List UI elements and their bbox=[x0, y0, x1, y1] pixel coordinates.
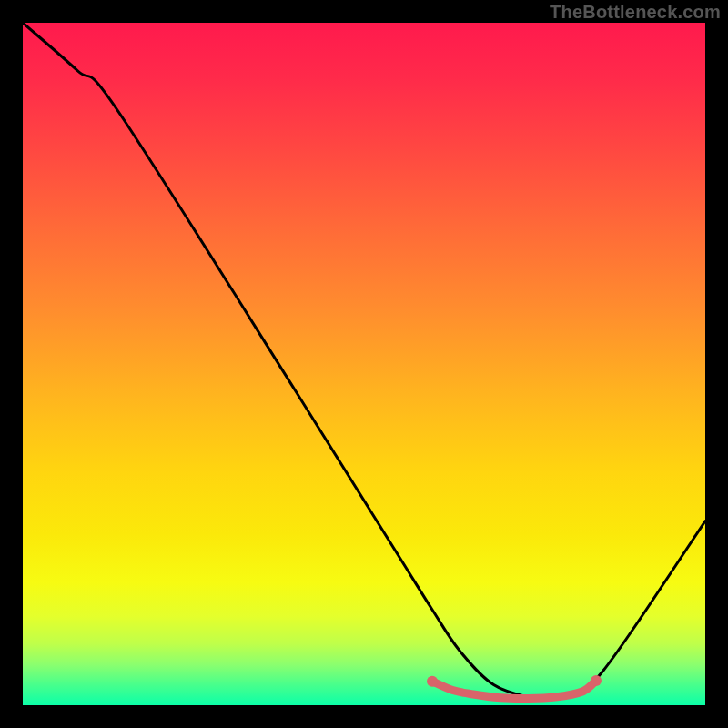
optimal-range-endpoint-dot bbox=[591, 675, 602, 686]
chart-svg bbox=[23, 23, 705, 705]
optimal-range-dots bbox=[427, 675, 602, 687]
chart-container: TheBottleneck.com bbox=[0, 0, 728, 728]
bottleneck-curve-path bbox=[23, 23, 705, 700]
plot-area bbox=[23, 23, 705, 705]
optimal-range-path bbox=[432, 681, 596, 699]
watermark-text: TheBottleneck.com bbox=[550, 2, 721, 23]
optimal-range-endpoint-dot bbox=[427, 676, 438, 687]
